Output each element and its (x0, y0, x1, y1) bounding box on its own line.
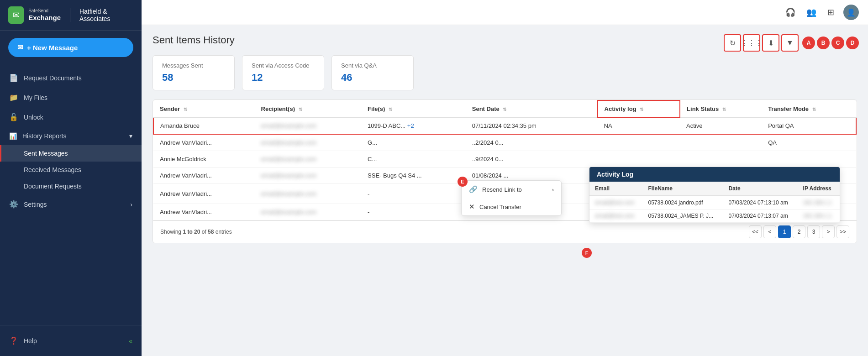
filter-button[interactable]: ▼ (781, 34, 799, 52)
col-files[interactable]: File(s) ⇅ (361, 100, 466, 117)
pagination-prev[interactable]: < (763, 225, 776, 238)
cell-recipient: email@example.com (255, 117, 362, 134)
pagination-page-3[interactable]: 3 (807, 225, 820, 238)
col-sent-date[interactable]: Sent Date ⇅ (466, 100, 598, 117)
col-transfer-mode[interactable]: Transfer Mode ⇅ (762, 100, 856, 117)
context-menu: 🔗 Resend Link to › ✕ Cancel Transfer (461, 180, 562, 216)
columns-button[interactable]: ⋮⋮⋮ (743, 34, 760, 52)
cell-files: C... (361, 151, 466, 168)
pagination-page-2[interactable]: 2 (793, 225, 805, 238)
stat-value-1: 12 (252, 72, 315, 84)
logo-text: SafeSend Exchange (28, 8, 61, 22)
al-col-date: Date (723, 182, 798, 196)
cell-sent-date: ..9/2024 0... (466, 151, 598, 168)
sidebar-item-my-files[interactable]: 📁 My Files (0, 88, 142, 107)
users-icon[interactable]: 👥 (805, 5, 818, 19)
history-reports-header[interactable]: 📊 History Reports ▾ (0, 127, 142, 145)
badge-b[interactable]: B (817, 37, 830, 49)
cell-files: - (361, 204, 466, 220)
help-collapse-icon: « (129, 337, 132, 345)
cell-sender: Andrew VanVladri... (153, 134, 255, 151)
cell-sender: Amanda Bruce (153, 117, 255, 134)
headset-icon[interactable]: 🎧 (784, 5, 797, 19)
settings-expand-icon: › (130, 201, 132, 208)
al-cell-filename: 05738.0024_JAMES P. J... (643, 209, 723, 223)
badge-a[interactable]: A (802, 37, 815, 49)
sidebar-item-received-messages[interactable]: Received Messages (0, 162, 142, 178)
new-message-button[interactable]: ✉ + New Message (8, 38, 133, 57)
cell-recipient: email@example.com (255, 168, 362, 184)
sidebar-item-unlock[interactable]: 🔓 Unlock (0, 107, 142, 127)
pagination-next[interactable]: > (822, 225, 835, 238)
sidebar-item-label: My Files (24, 94, 47, 101)
pagination-page-1[interactable]: 1 (778, 225, 791, 238)
sidebar-logo: ✉ SafeSend Exchange Hatfield & Associate… (0, 0, 142, 31)
al-col-filename: FileName (643, 182, 723, 196)
sidebar-item-document-requests[interactable]: Document Requests (0, 178, 142, 194)
document-requests-label: Document Requests (24, 183, 82, 190)
sidebar-item-help[interactable]: ❓ Help « (0, 331, 142, 351)
logo-safe-text: SafeSend (28, 8, 61, 14)
col-sender[interactable]: Sender ⇅ (153, 100, 255, 117)
pagination-last[interactable]: >> (836, 225, 849, 238)
topbar: 🎧 👥 ⊞ 👤 (142, 0, 868, 25)
download-icon: ⬇ (768, 39, 774, 47)
new-message-icon: ✉ (17, 43, 23, 52)
user-avatar[interactable]: 👤 (843, 5, 859, 20)
al-col-ip: IP Address (798, 182, 840, 196)
stat-value-0: 58 (162, 72, 225, 84)
filter-icon: ▼ (786, 39, 794, 47)
stat-card-access-code: Sent via Access Code 12 (242, 55, 324, 90)
al-cell-email: email@test.com (589, 209, 643, 223)
badge-d[interactable]: D (846, 37, 859, 49)
company-name: Hatfield & Associates (79, 8, 133, 22)
cell-recipient: email@example.com (255, 184, 362, 204)
context-menu-cancel-transfer[interactable]: ✕ Cancel Transfer (462, 198, 561, 215)
pagination-first[interactable]: << (749, 225, 762, 238)
help-label: Help (24, 337, 37, 345)
sidebar-item-request-documents[interactable]: 📄 Request Documents (0, 68, 142, 88)
settings-label: Settings (24, 201, 47, 208)
table-footer: Showing 1 to 20 of 58 entries << < 1 2 3… (153, 220, 857, 243)
stat-label-0: Messages Sent (162, 62, 225, 69)
cell-files: 1099-D ABC... +2 (361, 117, 466, 134)
cell-files: G... (361, 134, 466, 151)
showing-text: Showing 1 to 20 of 58 entries (160, 229, 232, 235)
refresh-icon: ↻ (730, 39, 736, 47)
my-files-icon: 📁 (9, 93, 18, 102)
cell-transfer-mode: QA (762, 134, 856, 151)
cell-recipient: email@example.com (255, 151, 362, 168)
badge-c[interactable]: C (831, 37, 844, 49)
logo-icon: ✉ (8, 6, 24, 24)
table-row[interactable]: Amanda Bruce email@example.com 1099-D AB… (153, 117, 856, 134)
grid-icon[interactable]: ⊞ (826, 5, 836, 19)
sidebar-item-sent-messages[interactable]: Sent Messages (0, 145, 142, 162)
history-reports-icon: 📊 (9, 132, 17, 140)
refresh-button[interactable]: ↻ (724, 34, 741, 52)
col-link-status[interactable]: Link Status ⇅ (680, 100, 762, 117)
arrow-icon: › (552, 186, 554, 193)
sidebar-item-settings[interactable]: ⚙️ Settings › (0, 194, 142, 214)
download-button[interactable]: ⬇ (762, 34, 779, 52)
activity-log-header: Activity Log (589, 167, 840, 182)
table-row[interactable]: Andrew VanVladri... email@example.com G.… (153, 134, 856, 151)
request-documents-icon: 📄 (9, 73, 18, 82)
activity-log-table: Email FileName Date IP Address email@tes… (589, 182, 840, 223)
pagination: << < 1 2 3 > >> (749, 225, 849, 238)
sidebar-bottom: ❓ Help « (0, 325, 142, 356)
cell-sent-date: ..2/2024 0... (466, 134, 598, 151)
cell-link-status (680, 134, 762, 151)
cell-recipient: email@example.com (255, 204, 362, 220)
cell-link-status: Active (680, 117, 762, 134)
cell-activity-log (598, 134, 680, 151)
sent-messages-label: Sent Messages (24, 150, 68, 157)
col-activity-log[interactable]: Activity log ⇅ (598, 100, 680, 117)
cell-sender: Annie McGoldrick (153, 151, 255, 168)
al-col-email: Email (589, 182, 643, 196)
content-toolbar: ↻ ⋮⋮⋮ ⬇ ▼ A B C D (724, 34, 859, 52)
context-menu-resend-link[interactable]: 🔗 Resend Link to › (462, 181, 561, 198)
link-icon: 🔗 (469, 185, 478, 194)
table-row[interactable]: Annie McGoldrick email@example.com C... … (153, 151, 856, 168)
history-reports-label: History Reports (22, 132, 66, 140)
col-recipients[interactable]: Recipient(s) ⇅ (255, 100, 362, 117)
